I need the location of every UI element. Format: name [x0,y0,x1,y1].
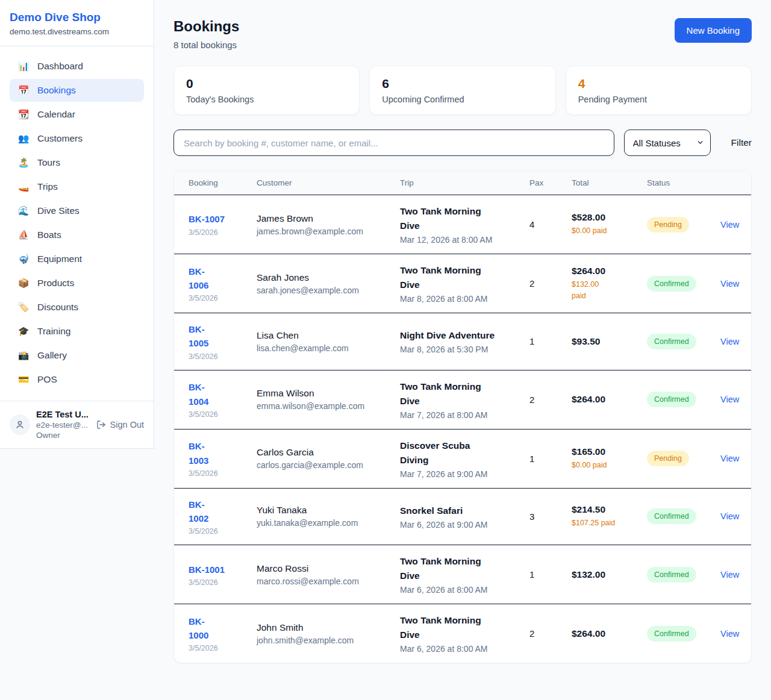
total-amount: $165.00 [572,446,647,457]
customer-name: John Smith [257,622,400,633]
sidebar-item-customers[interactable]: 👥 Customers [10,127,144,150]
sidebar-item-equipment[interactable]: 🤿 Equipment [10,248,144,270]
booking-id-link[interactable]: BK- 1002 [189,499,208,523]
col-trip: Trip [400,178,529,187]
title-block: Bookings 8 total bookings [173,18,239,50]
sidebar-item-gallery[interactable]: 📸 Gallery [10,344,144,367]
sidebar-item-calendar[interactable]: 📆 Calendar [10,103,144,126]
view-link[interactable]: View [720,454,739,463]
table-row: BK- 1004 3/5/2026 Emma Wilson emma.wilso… [174,370,751,430]
booking-date: 3/5/2026 [189,527,257,536]
view-link[interactable]: View [720,220,739,230]
sidebar-nav: 📊 Dashboard 📅 Bookings 📆 Calendar 👥 Cust… [0,46,154,401]
sidebar-item-products[interactable]: 📦 Products [10,272,144,295]
pax-count: 2 [529,628,572,639]
water-wave-icon: 🌊 [17,205,30,216]
booking-id-link[interactable]: BK-1001 [189,564,225,575]
user-icon [14,419,25,430]
trip-time: Mar 8, 2026 at 8:00 AM [400,294,529,304]
booking-date: 3/5/2026 [189,469,257,478]
trip-time: Mar 6, 2026 at 8:00 AM [400,585,529,595]
customer-name: Marco Rossi [257,563,400,574]
page-title: Bookings [173,18,239,35]
stat-label: Today's Bookings [186,95,347,104]
sidebar-item-dive-sites[interactable]: 🌊 Dive Sites [10,199,144,222]
sidebar-item-boats[interactable]: ⛵ Boats [10,223,144,246]
view-link[interactable]: View [720,395,739,404]
status-select[interactable]: All Statuses [624,130,711,156]
booking-id-link[interactable]: BK- 1000 [189,616,208,640]
stats-cards: 0 Today's Bookings 6 Upcoming Confirmed … [173,66,752,115]
trip-name: Two Tank Morning Dive [400,263,529,292]
stat-label: Pending Payment [578,95,739,104]
sidebar-item-dashboard[interactable]: 📊 Dashboard [10,55,144,78]
view-link[interactable]: View [720,629,739,639]
new-booking-button[interactable]: New Booking [675,18,752,43]
view-link[interactable]: View [720,511,739,521]
booking-date: 3/5/2026 [189,294,257,302]
table-row: BK- 1003 3/5/2026 Carlos Garcia carlos.g… [174,430,751,489]
stat-card: 4 Pending Payment [566,66,752,115]
view-link[interactable]: View [720,570,739,580]
sign-out-button[interactable]: Sign Out [96,420,144,430]
customer-email: emma.wilson@example.com [257,401,400,411]
customer-name: Carlos Garcia [257,447,400,458]
sidebar-item-trips[interactable]: 🚤 Trips [10,175,144,198]
customer-email: lisa.chen@example.com [257,343,400,353]
paid-amount: $0.00 paid [572,225,647,236]
pax-count: 3 [529,511,572,522]
view-link[interactable]: View [720,279,739,289]
user-name: E2E Test U... [36,410,90,419]
col-actions [720,178,737,187]
sidebar-item-bookings[interactable]: 📅 Bookings [10,79,144,102]
customer-email: marco.rossi@example.com [257,577,400,586]
booking-id-link[interactable]: BK- 1004 [189,382,208,406]
trip-time: Mar 12, 2026 at 8:00 AM [400,235,529,245]
total-amount: $264.00 [572,266,647,277]
sailboat-icon: ⛵ [17,230,30,240]
sign-out-label: Sign Out [110,420,144,430]
booking-date: 3/5/2026 [189,410,257,419]
status-select-wrap: All Statuses [624,130,711,156]
graduation-cap-icon: 🎓 [17,326,30,337]
trip-name: Two Tank Morning Dive [400,613,529,642]
page-header: Bookings 8 total bookings New Booking [173,18,752,50]
view-link[interactable]: View [720,337,739,346]
booking-id-link[interactable]: BK-1007 [189,214,225,224]
filter-button[interactable]: Filter [731,137,752,148]
total-amount: $214.50 [572,504,647,515]
diving-mask-icon: 🤿 [17,254,30,264]
booking-id-link[interactable]: BK- 1003 [189,441,208,465]
trip-time: Mar 6, 2026 at 9:00 AM [400,520,529,530]
status-badge: Pending [647,451,689,466]
status-badge: Confirmed [647,508,696,524]
sidebar-item-pos[interactable]: 💳 POS [10,368,144,391]
shop-name: Demo Dive Shop [10,11,144,24]
col-customer: Customer [257,178,400,187]
status-badge: Confirmed [647,567,696,583]
trip-time: Mar 7, 2026 at 8:00 AM [400,410,529,420]
booking-id-link[interactable]: BK- 1005 [189,324,208,348]
people-icon: 👥 [17,133,30,144]
status-badge: Pending [647,217,689,233]
search-input[interactable] [173,130,614,156]
sidebar-item-discounts[interactable]: 🏷️ Discounts [10,296,144,319]
sidebar-item-tours[interactable]: 🏝️ Tours [10,151,144,174]
booking-id-link[interactable]: BK- 1006 [189,266,208,290]
pax-count: 2 [529,395,572,405]
trip-name: Snorkel Safari [400,504,529,518]
label-tag-icon: 🏷️ [17,302,30,313]
trip-name: Two Tank Morning Dive [400,554,529,583]
camera-flash-icon: 📸 [17,350,30,361]
table-row: BK- 1000 3/5/2026 John Smith john.smith@… [174,604,751,663]
trip-time: Mar 8, 2026 at 5:30 PM [400,345,529,354]
total-amount: $93.50 [572,336,647,347]
sidebar-item-training[interactable]: 🎓 Training [10,320,144,343]
status-badge: Confirmed [647,392,696,407]
col-total: Total [572,178,647,187]
stat-value: 4 [578,77,739,91]
filter-row: All Statuses Filter [173,130,752,156]
avatar [10,414,30,435]
customer-name: Yuki Tanaka [257,505,400,516]
customer-name: Emma Wilson [257,388,400,399]
